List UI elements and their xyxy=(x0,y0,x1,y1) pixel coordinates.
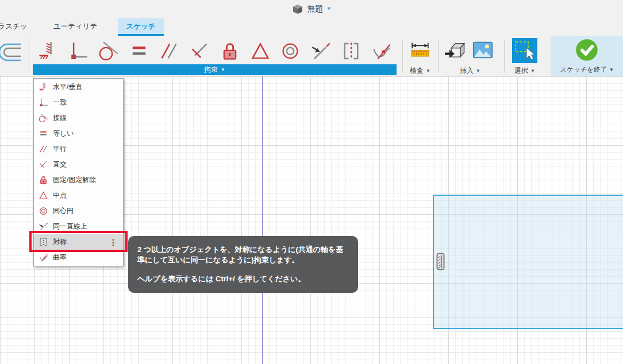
horizontal-vertical-icon xyxy=(39,82,48,92)
toolbar-divider xyxy=(29,39,29,72)
horizontal-vertical-constraint-button[interactable] xyxy=(36,39,60,63)
perpendicular-icon xyxy=(189,41,210,61)
tooltip-help-hint: ヘルプを表示するには Ctrl+/ を押してください。 xyxy=(137,274,350,284)
menu-item-collinear[interactable]: 同一直線上 xyxy=(34,219,123,234)
parallel-icon xyxy=(159,41,179,61)
constraint-toolbar-icons xyxy=(33,38,397,64)
lock-icon xyxy=(220,41,240,61)
parallel-icon xyxy=(39,144,48,154)
select-tool-icon[interactable] xyxy=(512,38,537,63)
tab-plastic[interactable]: ラスチック xyxy=(0,18,29,36)
chevron-down-icon: ▼ xyxy=(530,69,535,73)
menu-item-curvature[interactable]: 曲率 xyxy=(34,250,123,265)
ribbon-tabs: ラスチック ユーティリティ スケッチ xyxy=(0,18,623,36)
constraints-menu: 水平/垂直一致接線等しい平行直交固定/固定解除中点同心円同一直線上対称⋮曲率 xyxy=(33,78,124,266)
symmetry-icon xyxy=(341,41,362,61)
tangent-icon xyxy=(98,41,119,61)
menu-item-label: 水平/垂直 xyxy=(53,82,82,92)
selected-sketch-rectangle[interactable] xyxy=(433,195,623,329)
tab-utilities[interactable]: ユーティリティ xyxy=(52,18,99,36)
horizontal-vertical-icon xyxy=(37,41,58,61)
slot-tool-icon[interactable] xyxy=(0,39,22,65)
curvature-constraint-button[interactable] xyxy=(370,39,394,63)
concentric-icon xyxy=(39,206,48,216)
midpoint-constraint-button[interactable] xyxy=(248,39,272,63)
symmetry-constraint-button[interactable] xyxy=(339,39,363,63)
coincident-icon xyxy=(39,98,48,107)
select-group-button[interactable]: 選択 ▼ xyxy=(504,66,545,76)
collinear-icon xyxy=(39,222,48,231)
menu-item-label: 接線 xyxy=(53,113,67,123)
menu-item-parallel[interactable]: 平行 xyxy=(34,141,123,157)
curvature-icon xyxy=(39,253,48,262)
vertical-constraint-badge[interactable] xyxy=(436,253,445,271)
tooltip-description: 2 つ以上のオブジェクトを、対称になるように(共通の軸を基準にして互いに同一にな… xyxy=(137,245,350,265)
symmetry-icon xyxy=(39,237,48,247)
equal-constraint-button[interactable] xyxy=(127,39,151,63)
lock-constraint-button[interactable] xyxy=(218,39,242,63)
chevron-down-icon: ▼ xyxy=(609,68,614,72)
tab-sketch[interactable]: スケッチ xyxy=(118,18,164,36)
menu-item-label: 同一直線上 xyxy=(53,222,87,231)
menu-item-perpendicular[interactable]: 直交 xyxy=(34,157,123,172)
symmetry-tooltip: 2 つ以上のオブジェクトを、対称になるように(共通の軸を基準にして互いに同一にな… xyxy=(128,236,358,293)
menu-item-lock[interactable]: 固定/固定解除 xyxy=(34,172,123,188)
unsaved-marker: * xyxy=(327,5,330,14)
sketch-y-axis[interactable] xyxy=(262,76,263,364)
menu-item-coincident[interactable]: 一致 xyxy=(34,95,123,110)
menu-item-label: 中点 xyxy=(53,191,67,200)
inspect-group-button[interactable]: 検査 ▼ xyxy=(401,66,439,76)
overflow-menu-icon[interactable]: ⋮ xyxy=(107,238,120,247)
coincident-constraint-button[interactable] xyxy=(66,39,90,63)
collinear-constraint-button[interactable] xyxy=(309,39,333,63)
equal-icon xyxy=(39,129,48,138)
menu-item-label: 一致 xyxy=(53,98,67,107)
inspect-label: 検査 xyxy=(410,66,424,76)
menu-item-symmetry[interactable]: 対称⋮ xyxy=(34,234,123,250)
constraints-dropdown-label: 拘束 xyxy=(204,65,218,75)
insert-label: 挿入 xyxy=(460,66,474,76)
curvature-icon xyxy=(371,41,392,61)
parallel-constraint-button[interactable] xyxy=(157,39,181,63)
lock-icon xyxy=(39,175,48,185)
concentric-icon xyxy=(280,41,301,61)
midpoint-icon xyxy=(250,41,271,61)
collinear-icon xyxy=(310,41,331,61)
document-cube-icon xyxy=(293,4,303,14)
document-title: 無題 xyxy=(307,4,323,14)
menu-item-tangent[interactable]: 接線 xyxy=(34,110,123,126)
insert-image-icon[interactable] xyxy=(472,40,493,60)
equal-icon xyxy=(129,41,149,61)
tangent-constraint-button[interactable] xyxy=(97,39,121,63)
midpoint-icon xyxy=(39,191,48,200)
constraints-dropdown-header[interactable]: 拘束 ▼ xyxy=(33,64,397,75)
select-label: 選択 xyxy=(514,66,528,76)
menu-item-midpoint[interactable]: 中点 xyxy=(34,188,123,203)
menu-item-label: 等しい xyxy=(53,129,74,138)
concentric-constraint-button[interactable] xyxy=(278,39,302,63)
menu-item-label: 直交 xyxy=(53,160,67,169)
finish-sketch-button[interactable]: スケッチを終了 ▼ xyxy=(551,36,623,76)
menu-item-equal[interactable]: 等しい xyxy=(34,126,123,141)
insert-derive-icon[interactable] xyxy=(444,40,467,60)
finish-check-icon xyxy=(575,38,598,61)
menu-item-label: 同心円 xyxy=(53,206,74,216)
perpendicular-icon xyxy=(39,160,48,169)
menu-item-label: 曲率 xyxy=(53,253,67,262)
fusion-sketch-window: 無題 * ラスチック ユーティリティ スケッチ 拘束 ▼ 検査 ▼ 挿入 ▼ xyxy=(0,0,623,364)
ribbon-toolbar: 拘束 ▼ 検査 ▼ 挿入 ▼ 選択 ▼ スケッチを終了 ▼ xyxy=(0,36,623,76)
menu-item-label: 平行 xyxy=(53,144,67,154)
menu-item-label: 固定/固定解除 xyxy=(53,175,96,185)
chevron-down-icon: ▼ xyxy=(476,69,480,73)
menu-item-concentric[interactable]: 同心円 xyxy=(34,203,123,219)
title-bar: 無題 * xyxy=(0,0,623,18)
finish-sketch-label: スケッチを終了 xyxy=(560,65,607,74)
coincident-icon xyxy=(68,41,89,61)
menu-item-label: 対称 xyxy=(53,237,67,247)
insert-group-button[interactable]: 挿入 ▼ xyxy=(438,66,502,76)
menu-item-horizontal-vertical[interactable]: 水平/垂直 xyxy=(34,79,123,95)
perpendicular-constraint-button[interactable] xyxy=(187,39,211,63)
chevron-down-icon: ▼ xyxy=(221,68,225,72)
measure-icon[interactable] xyxy=(410,41,430,61)
chevron-down-icon: ▼ xyxy=(426,69,430,73)
